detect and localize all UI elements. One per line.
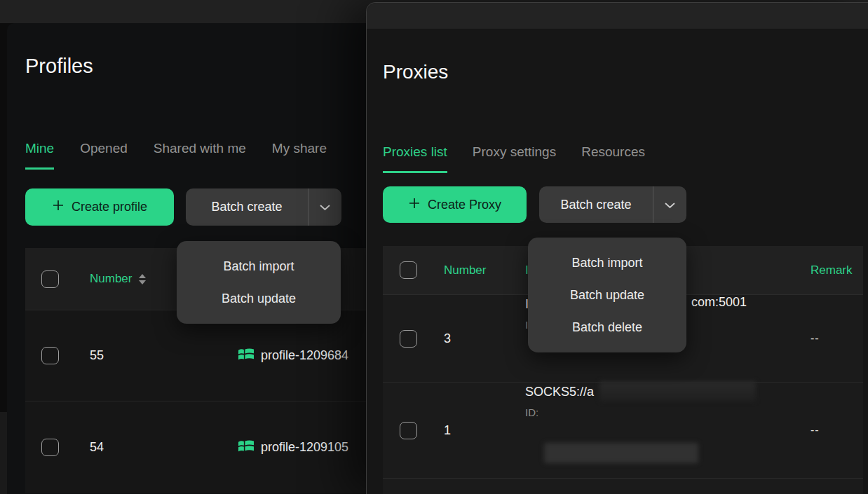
plus-icon [52, 199, 65, 215]
profile-name-cell[interactable]: profile-1209684 [238, 348, 348, 364]
proxies-tabs: Proxies list Proxy settings Resources [383, 144, 645, 173]
profiles-tabs: Mine Opened Shared with me My share [25, 141, 327, 170]
proxy-number: 1 [444, 423, 525, 438]
profile-name-cell[interactable]: profile-1209105 [238, 439, 348, 455]
menu-item-batch-import[interactable]: Batch import [177, 250, 341, 282]
proxy-remark: -- [811, 424, 820, 437]
create-profile-button[interactable]: Create profile [25, 188, 174, 226]
tab-proxies-list[interactable]: Proxies list [383, 144, 447, 173]
batch-create-label: Batch create [539, 186, 653, 223]
drawer-header-bar [367, 3, 868, 29]
create-proxy-label: Create Proxy [428, 198, 501, 212]
profile-number: 55 [90, 348, 181, 363]
tab-mine[interactable]: Mine [25, 141, 54, 170]
proxies-number-header: Number [444, 263, 525, 277]
menu-item-batch-delete[interactable]: Batch delete [528, 311, 686, 343]
profiles-toolbar: Create profile Batch create [25, 188, 341, 226]
select-all-checkbox[interactable] [41, 270, 59, 288]
create-proxy-button[interactable]: Create Proxy [383, 186, 527, 223]
batch-create-button[interactable]: Batch create [539, 186, 686, 223]
proxy-id-prefix: ID: [525, 406, 538, 418]
profile-name: profile-1209105 [261, 440, 348, 455]
row-checkbox[interactable] [400, 330, 417, 348]
profiles-number-header[interactable]: Number [90, 272, 146, 286]
proxies-remark-header: Remark [811, 263, 853, 277]
proxy-number: 3 [444, 331, 525, 346]
select-all-checkbox[interactable] [400, 261, 417, 279]
background-page-edge [0, 412, 7, 494]
menu-item-batch-update[interactable]: Batch update [528, 279, 686, 311]
table-row: 1 SOCKS5://a ID: -- [383, 382, 863, 479]
page-title-profiles: Profiles [25, 55, 93, 78]
tab-proxy-settings[interactable]: Proxy settings [473, 144, 556, 173]
batch-create-label: Batch create [186, 188, 308, 226]
batch-create-button[interactable]: Batch create [186, 188, 341, 226]
plus-icon [408, 197, 421, 213]
chevron-down-icon [320, 200, 330, 214]
chevron-down-icon [665, 198, 675, 212]
redacted-id-block [544, 443, 698, 463]
next-row-partial [383, 479, 863, 494]
sort-icon[interactable] [139, 274, 146, 284]
batch-create-dropdown-toggle[interactable] [308, 188, 341, 226]
row-checkbox[interactable] [400, 422, 417, 439]
windows-icon [238, 348, 254, 364]
row-checkbox[interactable] [41, 439, 59, 456]
menu-item-batch-update[interactable]: Batch update [177, 282, 341, 315]
profiles-batch-menu: Batch import Batch update [177, 241, 341, 324]
windows-icon [238, 439, 254, 455]
row-checkbox[interactable] [41, 347, 59, 364]
tab-my-share[interactable]: My share [272, 141, 327, 170]
proxy-host-suffix: com:5001 [691, 295, 747, 310]
page-title-proxies: Proxies [383, 61, 448, 83]
proxy-remark: -- [811, 332, 820, 345]
tab-resources[interactable]: Resources [581, 144, 645, 173]
redacted-host-block [599, 381, 756, 402]
tab-opened[interactable]: Opened [80, 141, 128, 170]
batch-create-dropdown-toggle[interactable] [653, 186, 686, 223]
proxies-batch-menu: Batch import Batch update Batch delete [528, 238, 686, 352]
proxies-toolbar: Create Proxy Batch create [383, 186, 686, 223]
tab-shared-with-me[interactable]: Shared with me [154, 141, 246, 170]
menu-item-batch-import[interactable]: Batch import [528, 247, 686, 279]
proxy-host-cell: SOCKS5://a ID: [525, 383, 778, 419]
proxy-host-prefix: SOCKS5://a [525, 385, 594, 399]
profile-name: profile-1209684 [261, 348, 348, 363]
create-profile-label: Create profile [72, 200, 147, 214]
profile-number: 54 [90, 440, 181, 455]
